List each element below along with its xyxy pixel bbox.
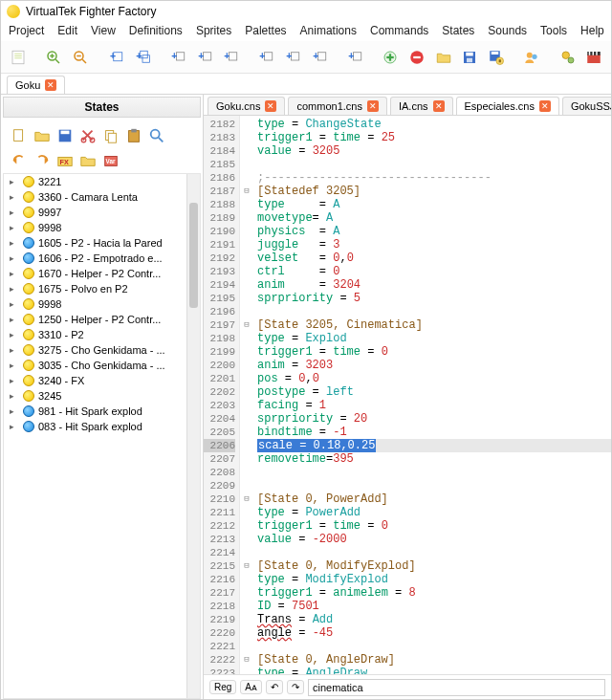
editor-tab[interactable]: Especiales.cns✕ — [456, 97, 559, 115]
new-file-icon[interactable] — [9, 125, 30, 146]
zoom-out-icon[interactable] — [69, 45, 92, 70]
editor-tab[interactable]: GokuSSJ.cns✕ — [562, 97, 611, 115]
menu-definitions[interactable]: Definitions — [129, 24, 183, 39]
zoom-in-icon[interactable] — [42, 45, 65, 70]
add-box-a-icon[interactable]: + — [166, 45, 189, 70]
editor-tab[interactable]: IA.cns✕ — [390, 97, 453, 115]
tree-item-label: 1675 - Polvo en P2 — [38, 283, 128, 295]
menu-sprites[interactable]: Sprites — [196, 24, 231, 39]
tree-item[interactable]: ▸9997 — [4, 205, 200, 220]
var-icon[interactable]: Var — [100, 150, 121, 171]
add-box-b-icon[interactable]: + — [193, 45, 216, 70]
open-folder-icon[interactable] — [432, 45, 455, 70]
clapper-icon[interactable] — [582, 45, 605, 70]
tree-item[interactable]: ▸1250 - Helper - P2 Contr... — [4, 312, 200, 327]
scrollbar-thumb[interactable] — [189, 203, 198, 308]
regex-toggle[interactable]: Reg — [209, 680, 236, 694]
add-box-c-icon[interactable]: + — [219, 45, 242, 70]
paste-icon[interactable] — [123, 125, 144, 146]
tree-item[interactable]: ▸3221 — [4, 174, 200, 189]
folder-icon[interactable] — [77, 150, 98, 171]
menu-commands[interactable]: Commands — [370, 24, 428, 39]
add-square-icon[interactable]: + — [104, 45, 127, 70]
tree-item[interactable]: ▸3245 — [4, 388, 200, 404]
svg-rect-37 — [467, 57, 472, 62]
svg-rect-53 — [61, 131, 70, 135]
undo-icon[interactable] — [9, 150, 30, 171]
menu-project[interactable]: Project — [9, 24, 44, 39]
editor-tab[interactable]: common1.cns✕ — [288, 97, 386, 115]
add-box-g-icon[interactable]: + — [343, 45, 366, 70]
svg-text:+: + — [110, 49, 116, 60]
search-input[interactable] — [308, 679, 605, 696]
project-tab[interactable]: Goku ✕ — [7, 76, 65, 94]
close-icon[interactable]: ✕ — [433, 100, 445, 112]
add-green-icon[interactable] — [379, 45, 402, 70]
find-icon[interactable] — [146, 125, 167, 146]
svg-text:+: + — [286, 50, 292, 61]
svg-text:+: + — [313, 50, 318, 61]
svg-rect-22 — [265, 52, 273, 59]
tree-item[interactable]: ▸9998 — [4, 220, 200, 235]
add-box-e-icon[interactable]: + — [281, 45, 304, 70]
tree-item[interactable]: ▸1670 - Helper - P2 Contr... — [4, 266, 200, 281]
redo-icon[interactable] — [32, 150, 53, 171]
tree-item[interactable]: ▸3240 - FX — [4, 373, 200, 388]
users-icon[interactable] — [521, 45, 544, 70]
save-state-icon[interactable] — [55, 125, 76, 146]
save-lock-icon[interactable] — [485, 45, 508, 70]
tree-item[interactable]: ▸1606 - P2 - Empotrado e... — [4, 251, 200, 266]
menu-view[interactable]: View — [91, 24, 116, 39]
close-icon[interactable]: ✕ — [45, 79, 56, 91]
fold-column[interactable] — [240, 116, 253, 674]
menu-help[interactable]: Help — [580, 24, 604, 39]
states-tree[interactable]: ▸3221▸3360 - Camara Lenta▸9997▸9998▸1605… — [3, 173, 201, 699]
gears-icon[interactable] — [557, 45, 579, 70]
add-squares-icon[interactable]: + — [131, 45, 154, 70]
add-box-f-icon[interactable]: + — [308, 45, 331, 70]
state-icon — [23, 252, 34, 264]
tree-item[interactable]: ▸3310 - P2 — [4, 327, 200, 342]
menu-sounds[interactable]: Sounds — [488, 24, 527, 39]
tree-item[interactable]: ▸3275 - Cho Genkidama - ... — [4, 342, 200, 358]
tree-item[interactable]: ▸1675 - Polvo en P2 — [4, 281, 200, 296]
menu-tools[interactable]: Tools — [540, 24, 567, 39]
close-icon[interactable]: ✕ — [539, 100, 551, 112]
tree-item[interactable]: ▸083 - Hit Spark explod — [4, 419, 200, 434]
app-title: VirtualTek Fighter Factory — [26, 5, 157, 18]
editor-tab-label: Especiales.cns — [465, 100, 535, 112]
tree-item[interactable]: ▸1605 - P2 - Hacia la Pared — [4, 235, 200, 251]
svg-text:+: + — [348, 50, 354, 61]
svg-rect-46 — [588, 55, 601, 63]
menu-palettes[interactable]: Palettes — [245, 24, 286, 39]
open-icon[interactable] — [32, 125, 53, 146]
tree-item[interactable]: ▸981 - Hit Spark explod — [4, 404, 200, 419]
menu-edit[interactable]: Edit — [57, 24, 77, 39]
add-box-d-icon[interactable]: + — [255, 45, 278, 70]
close-icon[interactable]: ✕ — [265, 100, 276, 112]
tree-item[interactable]: ▸9998 — [4, 296, 200, 312]
menu-animations[interactable]: Animations — [300, 24, 357, 39]
code-editor[interactable]: 2182218321842185218621872188218921902191… — [204, 116, 611, 674]
code-area[interactable]: type = ChangeStatetrigger1 = time = 25va… — [253, 116, 611, 674]
redo-search-icon[interactable]: ↷ — [287, 680, 304, 694]
editor-tab[interactable]: Goku.cns✕ — [208, 97, 285, 115]
undo-search-icon[interactable]: ↶ — [266, 680, 283, 694]
fx-icon[interactable]: FX — [55, 150, 76, 171]
stop-icon[interactable] — [405, 45, 428, 70]
statusbar: Reg Aᴀ ↶ ↷ — [204, 674, 611, 699]
scrollbar[interactable] — [186, 174, 200, 698]
svg-rect-16 — [176, 52, 184, 59]
tree-item[interactable]: ▸3035 - Cho Genkidama - ... — [4, 358, 200, 373]
state-icon — [23, 329, 34, 340]
copy-icon[interactable] — [100, 125, 121, 146]
case-toggle[interactable]: Aᴀ — [240, 680, 262, 694]
close-icon[interactable]: ✕ — [367, 100, 379, 112]
menu-states[interactable]: States — [442, 24, 474, 39]
tree-item[interactable]: ▸3360 - Camara Lenta — [4, 189, 200, 205]
tree-item-label: 3240 - FX — [38, 375, 84, 386]
cut-icon[interactable] — [77, 125, 98, 146]
tool-notepad-icon[interactable] — [7, 45, 30, 70]
svg-point-42 — [527, 52, 533, 57]
save-icon[interactable] — [459, 45, 482, 70]
